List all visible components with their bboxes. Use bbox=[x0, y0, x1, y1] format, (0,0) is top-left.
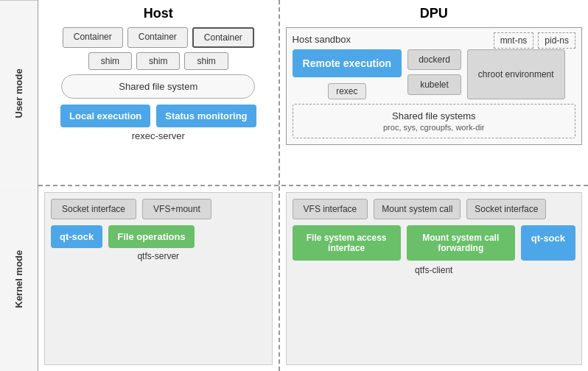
dockerd-box: dockerd bbox=[407, 49, 461, 70]
dpu-section: DPU Host sandbox mnt-ns pid-ns Remote ex… bbox=[280, 0, 588, 185]
chroot-box: chroot environment bbox=[467, 49, 565, 99]
file-system-access-btn: File system access interface bbox=[293, 225, 401, 261]
dpu-kernel-top-row: VFS interface Mount system call Socket i… bbox=[293, 199, 575, 219]
dpu-title: DPU bbox=[420, 6, 448, 21]
mnt-ns-box: mnt-ns bbox=[494, 32, 534, 49]
pid-ns-box: pid-ns bbox=[538, 32, 575, 49]
file-operations-btn: File operations bbox=[108, 225, 194, 248]
kubelet-box: kubelet bbox=[407, 74, 461, 95]
remote-execution-box: Remote execution bbox=[293, 49, 402, 77]
user-mode-row: Host Container Container Container shim … bbox=[38, 0, 588, 186]
qtfs-server-label: qtfs-server bbox=[51, 251, 266, 261]
qtfs-client-label: qtfs-client bbox=[293, 265, 575, 275]
shim-box-1: shim bbox=[88, 52, 132, 70]
kernel-host-gray-area: Socket interface VFS+mount qt-sock File … bbox=[44, 192, 273, 365]
kernel-host-top-row: Socket interface VFS+mount bbox=[51, 199, 266, 219]
shim-box-3: shim bbox=[184, 52, 228, 70]
shared-fs-sub-text: proc, sys, cgroupfs, work-dir bbox=[299, 123, 569, 132]
host-sandbox: Host sandbox mnt-ns pid-ns Remote execut… bbox=[286, 27, 582, 145]
sandbox-top-row: Remote execution rexec dockerd kubelet c… bbox=[293, 49, 575, 99]
content-area: Host Container Container Container shim … bbox=[38, 0, 588, 371]
shared-fs-main-text: Shared file systems bbox=[299, 110, 569, 121]
shared-fs-dpu: Shared file systems proc, sys, cgroupfs,… bbox=[293, 104, 575, 138]
label-column: User mode Kernel mode bbox=[0, 0, 38, 371]
dpu-kernel-bottom-row: File system access interface Mount syste… bbox=[293, 225, 575, 261]
user-mode-label: User mode bbox=[0, 0, 38, 186]
exec-status-row: Local execution Status monitoring bbox=[44, 105, 273, 127]
vfs-mount-box: VFS+mount bbox=[142, 199, 211, 219]
kernel-host-section: Socket interface VFS+mount qt-sock File … bbox=[38, 186, 280, 371]
kernel-dpu-gray-area: VFS interface Mount system call Socket i… bbox=[286, 192, 582, 365]
shared-filesystem-box: Shared file system bbox=[61, 74, 255, 99]
rexec-server-label: rexec-server bbox=[132, 130, 185, 141]
host-title: Host bbox=[144, 6, 173, 21]
host-section: Host Container Container Container shim … bbox=[38, 0, 280, 185]
dockerd-kubelet-col: dockerd kubelet bbox=[407, 49, 461, 99]
kernel-mode-row: Socket interface VFS+mount qt-sock File … bbox=[38, 186, 588, 371]
main-container: User mode Kernel mode Host Container Con… bbox=[0, 0, 588, 371]
socket-interface-box: Socket interface bbox=[51, 199, 136, 219]
status-monitoring-btn: Status monitoring bbox=[156, 105, 256, 127]
kernel-host-bottom-row: qt-sock File operations bbox=[51, 225, 266, 248]
shim-row: shim shim shim bbox=[44, 52, 273, 70]
qt-sock-btn: qt-sock bbox=[51, 225, 102, 248]
container-box-2: Container bbox=[127, 27, 188, 48]
mount-forwarding-btn: Mount system call forwarding bbox=[407, 225, 515, 261]
shim-box-2: shim bbox=[136, 52, 180, 70]
containers-row: Container Container Container bbox=[44, 27, 273, 48]
ns-labels: mnt-ns pid-ns bbox=[494, 32, 575, 49]
dpu-qt-sock-btn: qt-sock bbox=[521, 225, 575, 261]
dpu-socket-interface-box: Socket interface bbox=[466, 199, 546, 219]
container-box-1: Container bbox=[63, 27, 123, 48]
mount-system-call-box: Mount system call bbox=[374, 199, 461, 219]
rexec-label: rexec bbox=[328, 83, 365, 99]
kernel-mode-label: Kernel mode bbox=[0, 186, 38, 372]
vfs-interface-box: VFS interface bbox=[293, 199, 368, 219]
kernel-dpu-section: VFS interface Mount system call Socket i… bbox=[280, 186, 588, 371]
container-box-3: Container bbox=[192, 27, 254, 48]
local-execution-btn: Local execution bbox=[60, 105, 150, 127]
